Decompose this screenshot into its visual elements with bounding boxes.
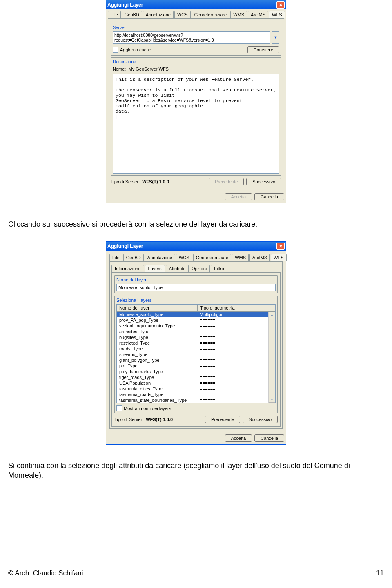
tab-row: File GeoBD Annotazione WCS Georeferenzia…	[109, 254, 283, 261]
geom-type-cell: ======	[197, 392, 275, 397]
add-layer-dialog-2: Aggiungi Layer ✕ File GeoBD Annotazione …	[106, 241, 286, 445]
tab-wms[interactable]: WMS	[230, 11, 247, 18]
dialog-footer: Accetta Cancella	[106, 191, 286, 203]
geom-type-cell: ======	[197, 380, 275, 386]
paragraph-1: Cliccando sul successivo si procederà co…	[0, 220, 392, 229]
table-row[interactable]: streams_Type======	[117, 352, 275, 357]
table-row[interactable]: USA Population======	[117, 380, 275, 386]
chevron-down-icon[interactable]: ▼	[272, 31, 279, 44]
tab-arcims[interactable]: ArcIMS	[248, 11, 268, 18]
table-row[interactable]: tasmania_cities_Type======	[117, 386, 275, 392]
url-input[interactable]: http://localhost:8080/geoserver/wfs?requ…	[113, 31, 270, 44]
layer-name-cell: tiger_roads_Type	[117, 374, 197, 380]
layer-name-cell: poi_Type	[117, 363, 197, 369]
layers-table[interactable]: Nome del layer Tipo di geometria Monreal…	[116, 304, 276, 403]
layer-name-cell: prov_PA_pop_Type	[117, 317, 197, 323]
table-row[interactable]: bugsites_Type======	[117, 334, 275, 340]
connect-button[interactable]: Conettere	[247, 46, 279, 53]
tab-annotazione[interactable]: Annotazione	[143, 11, 174, 18]
accept-button: Accetta	[225, 193, 252, 200]
tab-row: File GeoBD Annotazione WCS Georeferenzia…	[108, 11, 284, 18]
tab-wcs[interactable]: WCS	[176, 254, 192, 261]
tab-georef[interactable]: Georeferenziare	[192, 11, 230, 18]
cancel-button[interactable]: Cancella	[254, 434, 284, 442]
refresh-cache-checkbox[interactable]: Aggiorna cache	[113, 47, 151, 53]
dialog-title: Aggiungi Layer	[107, 243, 143, 249]
geom-type-cell: ======	[197, 334, 275, 340]
layer-name-cell: bugsites_Type	[117, 334, 197, 340]
paragraph-2: Si continua con la selezione degli attri…	[0, 461, 392, 480]
tab-wcs[interactable]: WCS	[174, 11, 191, 18]
table-row[interactable]: roads_Type======	[117, 346, 275, 352]
server-fieldset: Server http://localhost:8080/geoserver/w…	[111, 23, 281, 56]
tab-file[interactable]: File	[108, 11, 121, 18]
table-row[interactable]: tasmania_state_boundaries_Type======	[117, 397, 275, 403]
tab-geobd[interactable]: GeoBD	[122, 11, 142, 18]
table-row[interactable]: prov_PA_pop_Type======	[117, 317, 275, 323]
previous-button: Precedente	[209, 178, 244, 185]
page-footer: © Arch. Claudio Schifani 11	[8, 569, 384, 577]
geom-type-cell: ======	[197, 386, 275, 392]
cancel-button[interactable]: Cancella	[254, 193, 284, 200]
table-row[interactable]: tiger_roads_Type======	[117, 374, 275, 380]
col-layer-name[interactable]: Nome del layer	[117, 305, 198, 311]
checkbox-icon[interactable]	[116, 405, 122, 411]
description-text[interactable]: This is a description of your Web Featur…	[113, 74, 279, 174]
tab-arcims[interactable]: ArcIMS	[249, 254, 270, 261]
name-label: Nome:	[113, 67, 126, 71]
tab-georef[interactable]: Georeferenziare	[193, 254, 232, 261]
table-row[interactable]: archsites_Type======	[117, 329, 275, 334]
close-icon[interactable]: ✕	[276, 243, 285, 250]
select-layers-fieldset: Seleziona i layers Nome del layer Tipo d…	[114, 296, 278, 413]
next-button[interactable]: Successivo	[246, 178, 281, 185]
dialog-footer: Accetta Cancella	[106, 432, 286, 444]
col-geom-type[interactable]: Tipo di geometria	[198, 305, 275, 311]
scrollbar[interactable]: ▲ ▼	[268, 312, 275, 403]
tab-wms[interactable]: WMS	[232, 254, 249, 261]
previous-button[interactable]: Precedente	[205, 416, 240, 423]
table-row[interactable]: sezioni_inquinamento_Type======	[117, 323, 275, 329]
tab-file[interactable]: File	[109, 254, 122, 261]
geom-type-cell: ======	[197, 329, 275, 334]
server-type-value: WFS(T) 1.0.0	[142, 179, 209, 184]
tab-geobd[interactable]: GeoBD	[123, 254, 144, 261]
layer-name-cell: restricted_Type	[117, 340, 197, 346]
table-row[interactable]: giant_polygon_Type======	[117, 357, 275, 363]
close-icon[interactable]: ✕	[276, 1, 285, 9]
table-row[interactable]: poi_Type======	[117, 363, 275, 369]
tab-wfs[interactable]: WFS	[271, 254, 286, 261]
table-row[interactable]: poly_landmarks_Type======	[117, 369, 275, 374]
layer-name-cell: roads_Type	[117, 346, 197, 352]
geom-type-cell: ======	[197, 369, 275, 374]
geom-type-cell: ======	[197, 346, 275, 352]
server-type-value: WFS(T) 1.0.0	[146, 417, 205, 422]
add-layer-dialog: Aggiungi Layer ✕ File GeoBD Annotazione …	[106, 0, 286, 203]
chevron-down-icon[interactable]: ▼	[269, 396, 275, 403]
show-names-checkbox[interactable]: Mostra i nomi dei layers	[116, 405, 276, 411]
layer-name-cell: sezioni_inquinamento_Type	[117, 323, 197, 329]
description-legend: Descrizione	[113, 59, 279, 64]
geom-type-cell: Multipoligon	[197, 312, 275, 317]
subtab-filtro[interactable]: Filtro	[211, 265, 227, 272]
subtab-layers[interactable]: Layers	[145, 265, 165, 272]
tab-annotazione[interactable]: Annotazione	[145, 254, 175, 261]
table-row[interactable]: tasmania_roads_Type======	[117, 392, 275, 397]
accept-button[interactable]: Accetta	[225, 434, 252, 442]
wfs-panel: Informazione Layers Attributi Opzioni Fi…	[109, 261, 283, 429]
subtab-informazione[interactable]: Informazione	[111, 265, 144, 272]
checkbox-icon[interactable]	[113, 47, 118, 53]
tab-wfs[interactable]: WFS	[269, 11, 285, 18]
subtab-opzioni[interactable]: Opzioni	[188, 265, 210, 272]
dialog-titlebar: Aggiungi Layer ✕	[106, 242, 286, 251]
subtab-attributi[interactable]: Attributi	[166, 265, 187, 272]
chevron-up-icon[interactable]: ▲	[269, 312, 275, 318]
table-row[interactable]: Monreale_suolo_TypeMultipoligon	[117, 312, 275, 317]
subtab-row: Informazione Layers Attributi Opzioni Fi…	[111, 265, 281, 272]
geom-type-cell: ======	[197, 323, 275, 329]
table-row[interactable]: restricted_Type======	[117, 340, 275, 346]
geom-type-cell: ======	[197, 357, 275, 363]
next-button[interactable]: Successivo	[243, 416, 278, 423]
server-type-label: Tipo di Server:	[111, 179, 140, 184]
layer-name-legend: Nome del layer	[116, 277, 276, 282]
layer-name-input[interactable]: Monreale_suolo_Type	[116, 284, 276, 291]
